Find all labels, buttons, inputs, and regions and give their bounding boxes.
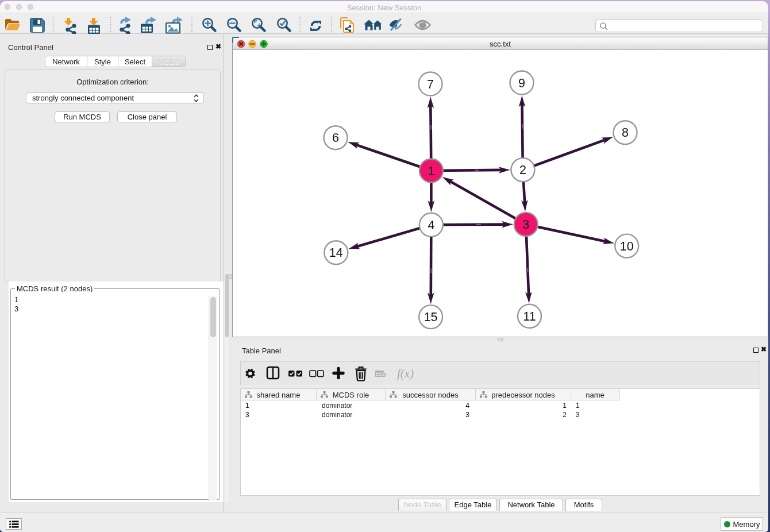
svg-text:6: 6 (332, 131, 339, 145)
svg-text:14: 14 (329, 246, 343, 260)
svg-text:9: 9 (518, 76, 525, 90)
svg-text:3: 3 (522, 218, 529, 232)
svg-text:11: 11 (523, 310, 536, 323)
svg-text:4: 4 (428, 218, 434, 232)
svg-text:8: 8 (622, 126, 629, 140)
svg-text:10: 10 (620, 240, 634, 253)
svg-text:2: 2 (519, 163, 526, 177)
svg-text:15: 15 (424, 310, 438, 324)
svg-text:f(x): f(x) (397, 367, 414, 380)
svg-text:1: 1 (428, 164, 434, 178)
svg-text:7: 7 (427, 78, 434, 91)
